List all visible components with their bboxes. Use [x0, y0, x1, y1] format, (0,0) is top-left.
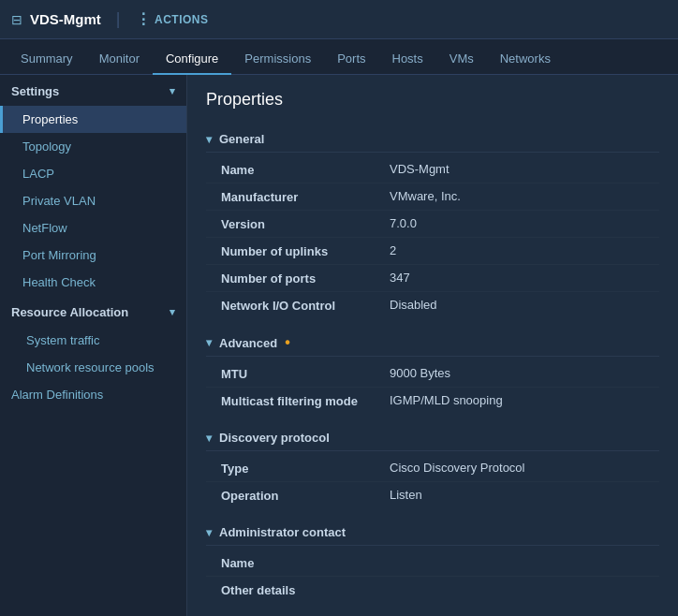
- sidebar-item-port-mirroring[interactable]: Port Mirroring: [0, 242, 186, 269]
- prop-type: Type Cisco Discovery Protocol: [206, 455, 659, 482]
- prop-admin-name: Name: [206, 550, 659, 577]
- content-panel: Properties ▾ General Name VDS-Mgmt Manuf…: [187, 75, 678, 616]
- prop-manufacturer-value: VMware, Inc.: [390, 189, 461, 203]
- prop-other-details: Other details: [206, 577, 659, 603]
- prop-mtu-label: MTU: [221, 366, 390, 381]
- admin-contact-section-title: Administrator contact: [219, 525, 346, 539]
- tab-ports[interactable]: Ports: [324, 44, 378, 75]
- prop-version-value: 7.0.0: [390, 216, 417, 230]
- general-chevron-icon: ▾: [206, 133, 212, 146]
- prop-uplinks-value: 2: [390, 243, 396, 257]
- sidebar-item-network-resource-pools[interactable]: Network resource pools: [0, 354, 186, 381]
- actions-dots-icon: ⋮: [136, 10, 152, 28]
- prop-name: Name VDS-Mgmt: [206, 156, 659, 183]
- sidebar-item-alarm-definitions[interactable]: Alarm Definitions: [0, 381, 186, 408]
- sidebar-item-netflow[interactable]: NetFlow: [0, 214, 186, 242]
- settings-chevron-icon: ▾: [170, 85, 175, 97]
- tab-monitor[interactable]: Monitor: [86, 44, 153, 75]
- sidebar: Settings ▾ Properties Topology LACP Priv…: [0, 75, 187, 616]
- prop-type-label: Type: [221, 461, 390, 476]
- sidebar-item-system-traffic[interactable]: System traffic: [0, 327, 186, 354]
- prop-ports: Number of ports 347: [206, 265, 659, 292]
- sidebar-item-lacp[interactable]: LACP: [0, 160, 186, 187]
- tab-configure[interactable]: Configure: [153, 44, 231, 75]
- tab-permissions[interactable]: Permissions: [231, 44, 324, 75]
- tab-networks[interactable]: Networks: [487, 44, 564, 75]
- section-general-header[interactable]: ▾ General: [206, 125, 659, 153]
- section-discovery: ▾ Discovery protocol Type Cisco Discover…: [206, 423, 659, 508]
- prop-manufacturer: Manufacturer VMware, Inc.: [206, 183, 659, 211]
- sidebar-item-private-vlan[interactable]: Private VLAN: [0, 187, 186, 214]
- prop-mtu: MTU 9000 Bytes: [206, 360, 659, 388]
- page-title: Properties: [206, 90, 659, 110]
- tab-hosts[interactable]: Hosts: [379, 44, 436, 75]
- prop-nioc: Network I/O Control Disabled: [206, 292, 659, 318]
- section-advanced: ▾ Advanced • MTU 9000 Bytes Multicast fi…: [206, 328, 659, 414]
- prop-version-label: Version: [221, 216, 390, 231]
- prop-type-value: Cisco Discovery Protocol: [390, 461, 525, 475]
- vds-icon: ⊟: [11, 12, 22, 27]
- section-discovery-header[interactable]: ▾ Discovery protocol: [206, 423, 659, 451]
- prop-name-label: Name: [221, 162, 390, 177]
- prop-ports-value: 347: [390, 271, 410, 285]
- sidebar-item-properties[interactable]: Properties: [0, 106, 186, 133]
- prop-admin-name-label: Name: [221, 555, 390, 570]
- tab-summary[interactable]: Summary: [7, 44, 86, 75]
- app-title: VDS-Mgmt: [30, 11, 101, 27]
- prop-multicast-value: IGMP/MLD snooping: [390, 393, 503, 407]
- advanced-section-title: Advanced: [219, 336, 277, 350]
- prop-mtu-value: 9000 Bytes: [390, 366, 450, 380]
- resource-allocation-label: Resource Allocation: [11, 305, 128, 319]
- main-area: Settings ▾ Properties Topology LACP Priv…: [0, 75, 678, 616]
- section-admin-contact: ▾ Administrator contact Name Other detai…: [206, 518, 659, 603]
- resource-allocation-chevron-icon: ▾: [170, 306, 175, 318]
- discovery-section-title: Discovery protocol: [219, 431, 330, 445]
- prop-uplinks-label: Number of uplinks: [221, 243, 390, 258]
- resource-allocation-section-header[interactable]: Resource Allocation ▾: [0, 296, 186, 327]
- prop-manufacturer-label: Manufacturer: [221, 189, 390, 204]
- prop-other-details-label: Other details: [221, 582, 390, 597]
- prop-version: Version 7.0.0: [206, 211, 659, 238]
- settings-label: Settings: [11, 84, 59, 98]
- prop-ports-label: Number of ports: [221, 271, 390, 286]
- prop-uplinks: Number of uplinks 2: [206, 238, 659, 265]
- prop-nioc-label: Network I/O Control: [221, 298, 390, 313]
- prop-operation: Operation Listen: [206, 482, 659, 508]
- general-section-title: General: [219, 132, 264, 146]
- section-general: ▾ General Name VDS-Mgmt Manufacturer VMw…: [206, 125, 659, 318]
- header-divider: |: [116, 9, 121, 29]
- actions-label: ACTIONS: [155, 13, 209, 26]
- prop-multicast: Multicast filtering mode IGMP/MLD snoopi…: [206, 388, 659, 414]
- prop-operation-value: Listen: [390, 488, 422, 502]
- tab-navigation: Summary Monitor Configure Permissions Po…: [0, 39, 678, 75]
- admin-contact-chevron-icon: ▾: [206, 526, 212, 539]
- sidebar-item-health-check[interactable]: Health Check: [0, 269, 186, 296]
- prop-multicast-label: Multicast filtering mode: [221, 393, 390, 408]
- prop-name-value: VDS-Mgmt: [390, 162, 450, 176]
- advanced-dot-indicator: •: [285, 335, 290, 350]
- actions-button[interactable]: ⋮ ACTIONS: [136, 10, 209, 28]
- section-admin-contact-header[interactable]: ▾ Administrator contact: [206, 518, 659, 546]
- prop-operation-label: Operation: [221, 488, 390, 503]
- discovery-chevron-icon: ▾: [206, 432, 212, 445]
- prop-nioc-value: Disabled: [390, 298, 437, 312]
- advanced-chevron-icon: ▾: [206, 336, 212, 349]
- settings-section-header[interactable]: Settings ▾: [0, 75, 186, 106]
- header-bar: ⊟ VDS-Mgmt | ⋮ ACTIONS: [0, 0, 678, 39]
- sidebar-item-topology[interactable]: Topology: [0, 133, 186, 160]
- section-advanced-header[interactable]: ▾ Advanced •: [206, 328, 659, 357]
- tab-vms[interactable]: VMs: [436, 44, 487, 75]
